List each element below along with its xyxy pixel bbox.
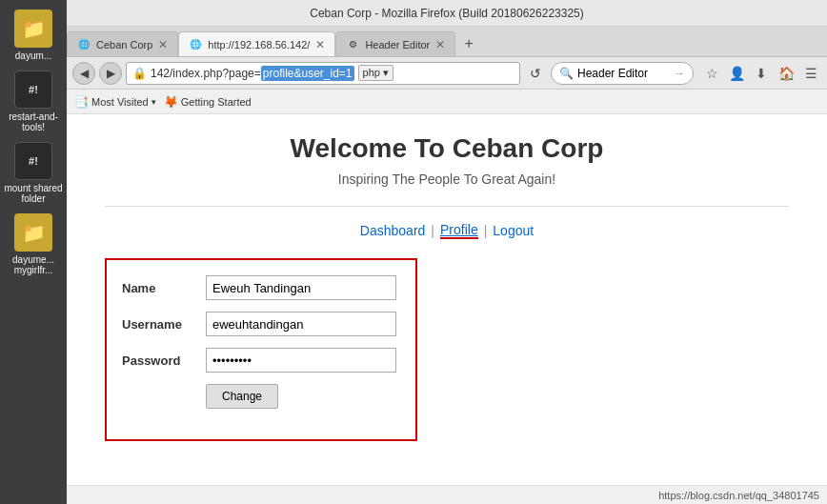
window-title: Ceban Corp - Mozilla Firefox (Build 2018… [310,7,584,20]
address-bar[interactable]: 🔒 142/index.php?page=profile&user_id=1 p… [126,62,520,85]
nav-separator: | [431,223,434,238]
nav-icons: ☆ 👤 ⬇ 🏠 ☰ [701,63,821,84]
nav-separator: | [484,223,488,238]
password-label: Password [122,353,198,368]
tab-close-button[interactable]: ✕ [315,38,325,51]
tab-label: Header Editor [365,39,430,50]
tab-bar: 🌐 Ceban Corp ✕ 🌐 http://192.168.56.142/ … [67,27,827,57]
nav-bar: ◀ ▶ 🔒 142/index.php?page=profile&user_id… [67,57,827,90]
profile-form: Name Username Password Change [105,258,417,441]
menu-button[interactable]: ☰ [800,63,821,84]
tab-http[interactable]: 🌐 http://192.168.56.142/ ✕ [178,31,335,56]
chevron-down-icon: ▾ [151,97,156,107]
bookmark-label: Getting Started [181,96,252,108]
search-bar[interactable]: 🔍 Header Editor → [551,62,694,85]
desktop-icon-label: mount shared folder [3,183,65,204]
bookmarks-bar: 📑 Most Visited ▾ 🦊 Getting Started [67,90,827,114]
download-button[interactable]: ⬇ [751,63,772,84]
reload-icon: ↺ [530,66,541,81]
tab-close-button[interactable]: ✕ [158,38,168,51]
bookmark-favicon: 📑 [74,95,89,109]
php-dropdown[interactable]: php ▾ [358,65,393,81]
name-input[interactable] [206,275,396,300]
desktop-icon-label: dayume... mygirlfr... [3,254,65,275]
tab-favicon: 🌐 [189,38,202,51]
identity-button[interactable]: 👤 [726,63,747,84]
bookmark-label: Most Visited [91,96,149,108]
bookmark-most-visited[interactable]: 📑 Most Visited ▾ [74,95,156,109]
tab-header-editor[interactable]: ⚙ Header Editor ✕ [335,31,455,56]
page-subtitle: Inspiring The People To Great Again! [105,171,789,187]
forward-icon: ▶ [107,67,115,80]
tab-favicon: ⚙ [346,38,359,51]
username-field-row: Username [122,312,396,336]
password-input[interactable] [206,348,396,373]
tab-favicon: 🌐 [77,38,91,51]
back-button[interactable]: ◀ [72,62,95,85]
change-button[interactable]: Change [206,384,278,409]
dashboard-link[interactable]: Dashboard [360,223,426,238]
back-icon: ◀ [80,67,89,80]
desktop-icon-dayum[interactable]: 📁 dayum... [14,10,52,61]
username-label: Username [122,317,198,332]
desktop-icon-label: dayum... [15,50,51,61]
name-field-row: Name [122,275,396,300]
desktop-icon-dayume[interactable]: 📁 dayume... mygirlfr... [3,213,65,275]
tab-ceban-corp[interactable]: 🌐 Ceban Corp ✕ [67,31,178,56]
tab-close-button[interactable]: ✕ [435,38,445,51]
forward-button[interactable]: ▶ [99,62,122,85]
search-text: Header Editor [577,67,648,80]
change-button-row: Change [122,384,396,409]
status-url: https://blog.csdn.net/qq_34801745 [658,490,819,501]
search-go-icon: → [674,67,685,80]
status-bar: https://blog.csdn.net/qq_34801745 [67,485,827,504]
bookmark-star-button[interactable]: ☆ [701,63,722,84]
desktop-icon-mount[interactable]: #! mount shared folder [3,142,65,204]
home-button[interactable]: 🏠 [776,63,797,84]
reload-button[interactable]: ↺ [524,62,547,85]
desktop-icon-image: #! [14,142,52,180]
tab-label: Ceban Corp [96,39,152,50]
desktop-icon-restart[interactable]: #! restart-and-tools! [3,71,65,132]
profile-link[interactable]: Profile [440,222,478,239]
password-field-row: Password [122,348,396,373]
page-content: Welcome To Ceban Corp Inspiring The Peop… [67,114,827,485]
title-bar: Ceban Corp - Mozilla Firefox (Build 2018… [67,0,827,27]
desktop-icon-image: 📁 [14,213,52,252]
divider [105,206,789,207]
bookmark-getting-started[interactable]: 🦊 Getting Started [164,95,252,109]
desktop-sidebar: 📁 dayum... #! restart-and-tools! #! moun… [0,0,67,504]
desktop-icon-label: restart-and-tools! [3,111,65,132]
desktop-icon-image: 📁 [14,10,52,48]
browser-window: Ceban Corp - Mozilla Firefox (Build 2018… [67,0,827,504]
page-title: Welcome To Ceban Corp [105,133,789,164]
logout-link[interactable]: Logout [493,223,534,238]
address-prefix: 142/index.php?page= [151,67,261,80]
lock-icon: 🔒 [132,67,147,80]
address-highlight: profile&user_id=1 [261,66,354,81]
username-input[interactable] [206,312,396,336]
tab-label: http://192.168.56.142/ [208,39,310,50]
search-icon: 🔍 [559,67,574,80]
name-label: Name [122,281,198,295]
new-tab-button[interactable]: + [455,31,482,56]
bookmark-favicon: 🦊 [164,95,178,109]
page-nav-links: Dashboard | Profile | Logout [105,222,789,239]
desktop-icon-image: #! [14,71,52,109]
